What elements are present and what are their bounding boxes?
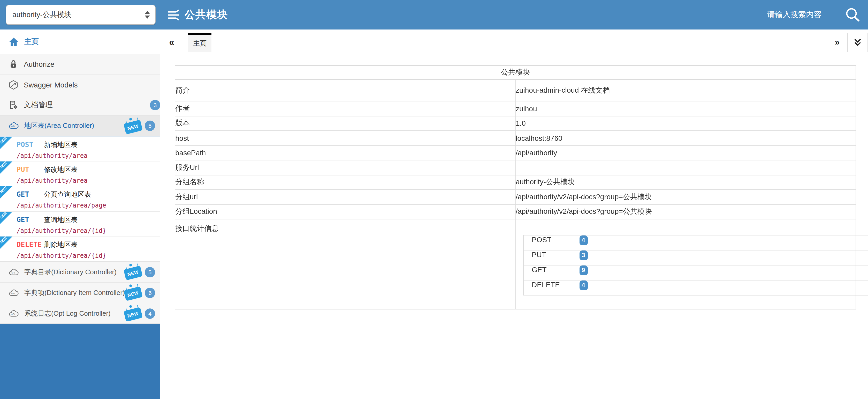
row-value: /api/authority/v2/api-docs?group=公共模块 <box>516 204 856 219</box>
sidebar-controller-area[interactable]: API 地区表(Area Controller) NEW 5 <box>0 115 160 136</box>
stats-label: 接口统计信息 <box>175 219 516 309</box>
endpoint-path: /api/authority/area/{id} <box>17 252 158 259</box>
tabs-menu-icon[interactable] <box>847 33 868 52</box>
endpoint-post-area[interactable]: NEW POST 新增地区表 /api/authority/area <box>0 136 160 162</box>
table-title: 公共模块 <box>175 65 856 80</box>
tab-home[interactable]: 主页 <box>188 33 212 52</box>
sidebar-item-label: Authorize <box>24 60 54 68</box>
stat-method: PUT <box>523 250 571 265</box>
table-row: 分组名称 authority-公共模块 <box>175 175 856 190</box>
method-stats-table: POST 4 PUT 3 GET 9 DELETE <box>523 235 868 295</box>
new-badge: NEW <box>124 307 143 322</box>
sidebar-item-swagger-models[interactable]: Swagger Models <box>0 74 160 95</box>
endpoint-get-area-page[interactable]: NEW GET 分页查询地区表 /api/authority/area/page <box>0 187 160 212</box>
sidebar-item-doc-manage[interactable]: 文档管理 3 <box>0 95 160 115</box>
sidebar: 主页 Authorize <box>0 29 160 399</box>
table-row: 接口统计信息 POST 4 PUT 3 GET <box>175 219 856 309</box>
row-value: localhost:8760 <box>516 131 856 145</box>
table-row: 服务Url <box>175 160 856 175</box>
endpoint-put-area[interactable]: NEW PUT 修改地区表 /api/authority/area <box>0 162 160 187</box>
row-label: 分组Location <box>175 204 516 219</box>
hexagon-icon <box>8 80 19 90</box>
cloud-api-icon: API <box>8 121 20 131</box>
row-value: zuihou-admin-cloud 在线文档 <box>516 80 856 101</box>
row-value: /api/authority <box>516 145 856 160</box>
sidebar-controller-dictionary-item[interactable]: API 字典项(Dictionary Item Controller) NEW … <box>0 282 160 303</box>
row-value: zuihou <box>516 101 856 116</box>
method-label: DELETE <box>17 240 44 248</box>
sidebar-item-home[interactable]: 主页 <box>0 29 160 54</box>
new-ribbon-icon: NEW <box>0 187 12 199</box>
table-row: GET 9 <box>523 265 868 280</box>
endpoint-title: 新增地区表 <box>44 140 78 149</box>
search-placeholder-text: 请输入搜索内容 <box>767 10 822 20</box>
row-label: 分组名称 <box>175 175 516 190</box>
count-badge: 5 <box>145 121 155 131</box>
group-select[interactable]: authority-公共模块 <box>6 5 156 25</box>
table-row: PUT 3 <box>523 250 868 265</box>
count-badge: 5 <box>145 267 155 277</box>
svg-text:API: API <box>11 313 15 315</box>
endpoint-title: 修改地区表 <box>44 165 78 174</box>
table-row: 版本 1.0 <box>175 116 856 131</box>
row-label: basePath <box>175 145 516 160</box>
table-row: 作者 zuihou <box>175 101 856 116</box>
select-spinner-icon <box>145 11 150 19</box>
app-root: authority-公共模块 公共模块 请输入搜索内容 <box>0 0 868 399</box>
endpoint-path: /api/authority/area <box>17 177 158 184</box>
stat-method: POST <box>523 235 571 250</box>
row-label: 简介 <box>175 80 516 101</box>
table-row: host localhost:8760 <box>175 131 856 145</box>
row-value <box>516 160 856 175</box>
cloud-api-icon: API <box>8 288 20 297</box>
cloud-api-icon: API <box>8 267 20 277</box>
tabs-scroll-left-icon[interactable]: « <box>160 33 183 52</box>
sidebar-item-authorize[interactable]: Authorize <box>0 54 160 74</box>
svg-text:API: API <box>11 292 15 295</box>
brand: 公共模块 <box>167 8 228 22</box>
cloud-api-icon: API <box>8 309 20 318</box>
endpoint-title: 分页查询地区表 <box>44 190 91 200</box>
endpoint-path: /api/authority/area/{id} <box>17 227 158 234</box>
endpoint-get-area-id[interactable]: NEW GET 查询地区表 /api/authority/area/{id} <box>0 211 160 236</box>
svg-text:API: API <box>11 125 15 127</box>
row-value: authority-公共模块 <box>516 175 856 190</box>
new-badge: NEW <box>124 266 143 281</box>
endpoint-title: 删除地区表 <box>44 240 78 250</box>
new-badge: NEW <box>124 119 143 134</box>
stat-count-badge: 4 <box>579 281 588 290</box>
sidebar-item-label: 字典目录(Dictionary Controller) <box>24 267 117 277</box>
endpoint-list: NEW POST 新增地区表 /api/authority/area NEW P… <box>0 136 160 262</box>
sidebar-controller-dictionary[interactable]: API 字典目录(Dictionary Controller) NEW 5 <box>0 262 160 282</box>
main-area: « 主页 » 公共模块 简介 zuihou-admin-cloud 在线文档 <box>160 29 868 399</box>
table-row: DELETE 4 <box>523 280 868 295</box>
method-label: GET <box>17 190 44 198</box>
stat-count-badge: 9 <box>579 265 588 275</box>
method-label: POST <box>17 140 44 148</box>
new-ribbon-icon: NEW <box>0 136 12 149</box>
count-badge: 4 <box>145 308 155 319</box>
stats-cell: POST 4 PUT 3 GET 9 DELETE <box>516 219 856 309</box>
row-label: host <box>175 131 516 145</box>
sidebar-item-label: 字典项(Dictionary Item Controller) <box>24 288 125 297</box>
stat-count-badge: 3 <box>579 251 588 260</box>
content: 公共模块 简介 zuihou-admin-cloud 在线文档 作者 zuiho… <box>160 52 868 399</box>
tabs-scroll-right-icon[interactable]: » <box>827 33 847 52</box>
doc-gear-icon <box>8 100 19 111</box>
header-search[interactable]: 请输入搜索内容 <box>767 6 861 23</box>
search-icon[interactable] <box>844 6 861 23</box>
row-value: 1.0 <box>516 116 856 131</box>
endpoint-delete-area-id[interactable]: NEW DELETE 删除地区表 /api/authority/area/{id… <box>0 236 160 262</box>
stat-method: GET <box>523 265 571 280</box>
row-value: /api/authority/v2/api-docs?group=公共模块 <box>516 190 856 204</box>
table-row: 公共模块 <box>175 65 856 80</box>
brand-icon <box>167 9 180 21</box>
sidebar-controller-opt-log[interactable]: API 系统日志(Opt Log Controller) NEW 4 <box>0 303 160 324</box>
stat-count-badge: 4 <box>579 235 588 245</box>
svg-text:API: API <box>11 272 15 274</box>
stat-method: DELETE <box>523 280 571 295</box>
sidebar-item-label: 文档管理 <box>24 101 53 110</box>
sidebar-item-label: 地区表(Area Controller) <box>24 121 94 131</box>
endpoint-title: 查询地区表 <box>44 215 78 224</box>
row-label: 作者 <box>175 101 516 116</box>
